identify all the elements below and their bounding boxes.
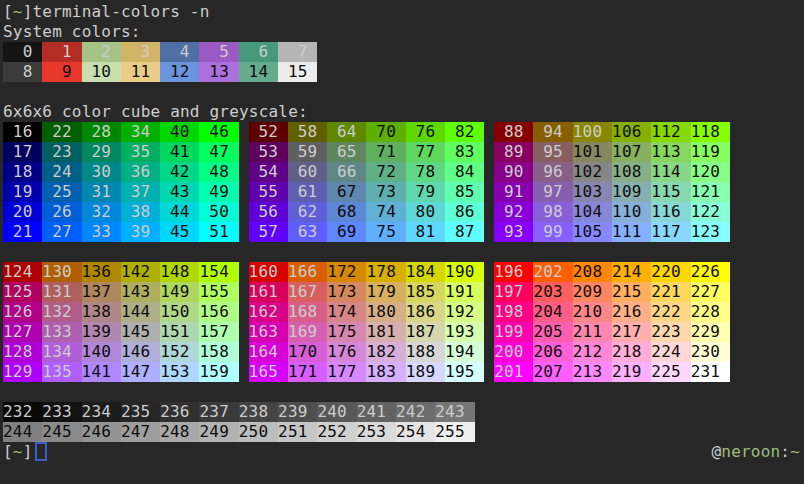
color-cell-126: 126 (3, 302, 42, 322)
color-cell-121: 121 (691, 182, 730, 202)
color-cell-82: 82 (445, 122, 484, 142)
color-cell-98: 98 (533, 202, 572, 222)
color-cell-255: 255 (435, 422, 474, 442)
color-cell-252: 252 (317, 422, 356, 442)
cube-row: 182430364248 (3, 162, 239, 182)
cube-row: 576369758187 (249, 222, 485, 242)
color-cell-97: 97 (533, 182, 572, 202)
color-cell-120: 120 (691, 162, 730, 182)
color-cell-49: 49 (199, 182, 238, 202)
color-cell-135: 135 (42, 362, 81, 382)
color-cell-254: 254 (396, 422, 435, 442)
color-cell-189: 189 (406, 362, 445, 382)
color-cell-214: 214 (612, 262, 651, 282)
prompt-text: [~] (3, 442, 47, 462)
color-cell-205: 205 (533, 322, 572, 342)
cube-row: 212733394551 (3, 222, 239, 242)
color-cell-64: 64 (327, 122, 366, 142)
color-cell-114: 114 (651, 162, 690, 182)
color-cell-195: 195 (445, 362, 484, 382)
color-cell-113: 113 (651, 142, 690, 162)
color-cell-231: 231 (691, 362, 730, 382)
hostname: neroon (721, 442, 780, 461)
host-indicator: @neroon:~ (711, 442, 800, 462)
cube-block-lower-2: 1601661721781841901611671731791851911621… (249, 262, 485, 382)
color-cell-179: 179 (366, 282, 405, 302)
color-cell-54: 54 (249, 162, 288, 182)
color-cell-70: 70 (366, 122, 405, 142)
color-cell-38: 38 (121, 202, 160, 222)
color-cell-147: 147 (121, 362, 160, 382)
prompt-line-top: [~]terminal-colors -n (3, 2, 804, 22)
color-cell-111: 111 (612, 222, 651, 242)
cube-row: 127133139145151157 (3, 322, 239, 342)
cube-row: 124130136142148154 (3, 262, 239, 282)
cube-row: 192531374349 (3, 182, 239, 202)
color-cell-26: 26 (42, 202, 81, 222)
color-cell-77: 77 (406, 142, 445, 162)
color-cell-3: 3 (121, 42, 160, 62)
color-cell-215: 215 (612, 282, 651, 302)
color-cell-217: 217 (612, 322, 651, 342)
color-cell-151: 151 (160, 322, 199, 342)
color-cell-216: 216 (612, 302, 651, 322)
color-cell-141: 141 (82, 362, 121, 382)
color-cell-84: 84 (445, 162, 484, 182)
greyscale-row: 244245246247248249250251252253254255 (3, 422, 804, 442)
color-cell-86: 86 (445, 202, 484, 222)
color-cell-172: 172 (327, 262, 366, 282)
color-cell-186: 186 (406, 302, 445, 322)
color-cell-81: 81 (406, 222, 445, 242)
color-cell-175: 175 (327, 322, 366, 342)
cube-row: 9096102108114120 (494, 162, 730, 182)
terminal-screen[interactable]: [~]terminal-colors -n System colors: 012… (0, 0, 804, 484)
cube-row: 196202208214220226 (494, 262, 730, 282)
color-cell-233: 233 (42, 402, 81, 422)
color-cell-149: 149 (160, 282, 199, 302)
color-cell-220: 220 (651, 262, 690, 282)
color-cell-171: 171 (288, 362, 327, 382)
cube-row: 129135141147153159 (3, 362, 239, 382)
prompt-bracket-open: [ (3, 442, 13, 461)
color-cell-201: 201 (494, 362, 533, 382)
color-cell-72: 72 (366, 162, 405, 182)
color-cell-203: 203 (533, 282, 572, 302)
color-cell-218: 218 (612, 342, 651, 362)
cube-row: 164170176182188194 (249, 342, 485, 362)
color-cell-55: 55 (249, 182, 288, 202)
color-cell-183: 183 (366, 362, 405, 382)
color-cell-182: 182 (366, 342, 405, 362)
color-cell-51: 51 (199, 222, 238, 242)
color-cell-6: 6 (239, 42, 278, 62)
prompt-bracket-close: ] (23, 442, 33, 461)
color-cell-132: 132 (42, 302, 81, 322)
color-cell-247: 247 (121, 422, 160, 442)
color-cell-30: 30 (82, 162, 121, 182)
blank-line (3, 242, 804, 262)
color-cell-212: 212 (573, 342, 612, 362)
color-cell-199: 199 (494, 322, 533, 342)
color-cell-249: 249 (199, 422, 238, 442)
color-cell-150: 150 (160, 302, 199, 322)
color-cell-232: 232 (3, 402, 42, 422)
color-cell-27: 27 (42, 222, 81, 242)
cube-row: 9298104110116122 (494, 202, 730, 222)
cube-row: 201207213219225231 (494, 362, 730, 382)
cube-row: 546066727884 (249, 162, 485, 182)
color-cell-92: 92 (494, 202, 533, 222)
color-cell-234: 234 (82, 402, 121, 422)
color-cell-125: 125 (3, 282, 42, 302)
system-colors-label: System colors: (3, 22, 804, 42)
color-cell-206: 206 (533, 342, 572, 362)
color-cell-251: 251 (278, 422, 317, 442)
color-cell-128: 128 (3, 342, 42, 362)
greyscale-row: 232233234235236237238239240241242243 (3, 402, 804, 422)
color-cell-46: 46 (199, 122, 238, 142)
color-cell-90: 90 (494, 162, 533, 182)
color-cell-104: 104 (573, 202, 612, 222)
color-cell-7: 7 (278, 42, 317, 62)
color-cell-240: 240 (317, 402, 356, 422)
color-cell-169: 169 (288, 322, 327, 342)
prompt-home-tilde: ~ (13, 442, 23, 461)
color-cell-138: 138 (82, 302, 121, 322)
